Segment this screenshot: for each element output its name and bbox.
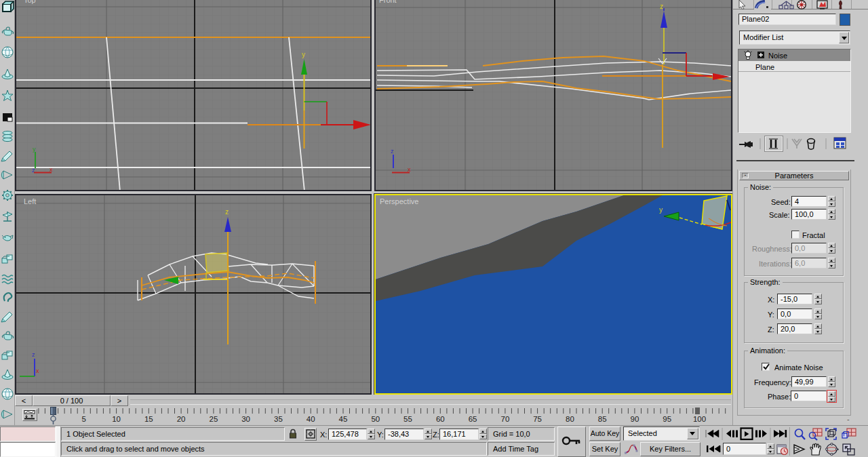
svg-text:55: 55 (403, 415, 412, 423)
svg-text:100: 100 (693, 415, 706, 423)
svg-text:x: x (36, 367, 39, 374)
svg-text:40: 40 (307, 415, 315, 423)
svg-text:45: 45 (339, 415, 348, 423)
svg-text:25: 25 (210, 415, 218, 423)
svg-text:85: 85 (598, 415, 607, 423)
svg-text:80: 80 (566, 415, 574, 423)
svg-text:15: 15 (144, 415, 153, 423)
svg-text:70: 70 (501, 415, 510, 423)
svg-text:z: z (660, 3, 663, 10)
svg-text:x: x (408, 166, 411, 173)
svg-text:20: 20 (177, 415, 186, 423)
svg-text:5: 5 (82, 415, 86, 423)
svg-text:x: x (50, 166, 53, 173)
svg-text:90: 90 (631, 415, 639, 423)
svg-text:75: 75 (533, 415, 542, 423)
svg-text:60: 60 (436, 415, 445, 423)
svg-text:95: 95 (663, 415, 671, 423)
svg-text:z: z (32, 167, 35, 174)
svg-text:50: 50 (371, 415, 380, 423)
svg-text:z: z (32, 351, 35, 358)
svg-text:65: 65 (469, 415, 477, 423)
svg-text:30: 30 (241, 415, 250, 423)
svg-text:z: z (225, 208, 229, 216)
svg-text:y: y (659, 206, 663, 214)
svg-text:35: 35 (274, 415, 283, 423)
svg-text:y: y (302, 51, 305, 58)
svg-text:10: 10 (112, 415, 121, 423)
svg-text:z: z (391, 148, 394, 155)
svg-text:y: y (33, 146, 36, 153)
